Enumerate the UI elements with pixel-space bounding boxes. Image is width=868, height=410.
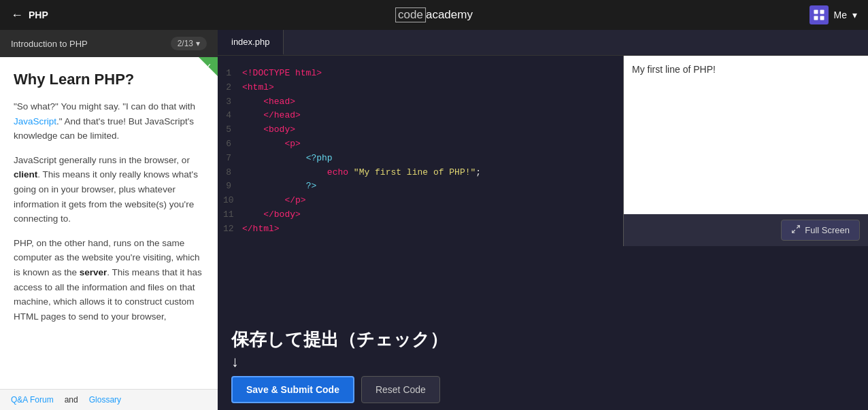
nav-left: ← PHP xyxy=(11,8,48,22)
fullscreen-label: Full Screen xyxy=(805,225,850,235)
output-text: My first line of PHP! xyxy=(632,64,716,75)
tab-index-php[interactable]: index.php xyxy=(218,30,284,55)
svg-rect-2 xyxy=(814,16,818,20)
down-arrow-icon: ↓ xyxy=(231,353,854,371)
course-title: PHP xyxy=(29,10,48,20)
save-submit-button[interactable]: Save & Submit Code xyxy=(231,376,354,403)
progress-text: 2/13 xyxy=(178,39,193,48)
lesson-para1: "So what?" You might say. "I can do that… xyxy=(14,99,204,143)
glossary-link[interactable]: Glossary xyxy=(89,395,121,405)
avatar xyxy=(809,5,829,24)
user-label: Me xyxy=(834,10,847,20)
editor-area: 1 <!DOCTYPE html> 2 <html> 3 <head> 4 </… xyxy=(218,56,868,320)
output-footer: Full Screen xyxy=(624,214,868,246)
javascript-link[interactable]: JavaScript xyxy=(14,116,56,126)
fullscreen-button[interactable]: Full Screen xyxy=(781,220,860,241)
logo-code: code xyxy=(395,7,426,22)
svg-rect-3 xyxy=(820,16,824,20)
back-arrow-icon[interactable]: ← xyxy=(11,8,23,22)
qa-forum-link[interactable]: Q&A Forum xyxy=(11,395,54,405)
lesson-para2: JavaScript generally runs in the browser… xyxy=(14,153,204,226)
panel-footer: Q&A Forum and Glossary xyxy=(0,389,218,410)
logo-academy: academy xyxy=(426,8,473,22)
top-nav: ← PHP codeacademy Me ▾ xyxy=(0,0,868,30)
lesson-title: Introduction to PHP xyxy=(11,39,88,49)
lesson-heading: Why Learn PHP? xyxy=(14,71,204,88)
reset-code-button[interactable]: Reset Code xyxy=(361,376,440,403)
output-panel: My first line of PHP! Full Screen xyxy=(623,56,868,246)
user-dropdown-icon: ▾ xyxy=(852,10,857,20)
svg-rect-0 xyxy=(814,10,818,14)
user-menu[interactable]: Me ▾ xyxy=(809,5,857,24)
output-content: My first line of PHP! xyxy=(624,56,868,214)
bottom-area: 保存して提出（チェック） ↓ Save & Submit Code Reset … xyxy=(218,320,868,410)
editor-tabs: index.php xyxy=(218,30,868,56)
japanese-instruction: 保存して提出（チェック） xyxy=(231,328,854,352)
left-panel: Introduction to PHP 2/13 ▾ ✓ Why Learn P… xyxy=(0,30,218,410)
main-layout: Introduction to PHP 2/13 ▾ ✓ Why Learn P… xyxy=(0,30,868,410)
svg-line-4 xyxy=(797,226,799,228)
fullscreen-icon xyxy=(791,224,801,236)
right-panel: index.php 1 <!DOCTYPE html> 2 <html> 3 <… xyxy=(218,30,868,410)
lesson-para3: PHP, on the other hand, runs on the same… xyxy=(14,236,204,324)
lesson-content: ✓ Why Learn PHP? "So what?" You might sa… xyxy=(0,57,218,410)
logo: codeacademy xyxy=(395,7,473,22)
svg-line-5 xyxy=(792,230,795,233)
svg-rect-1 xyxy=(820,10,824,14)
bottom-buttons: Save & Submit Code Reset Code xyxy=(231,376,854,410)
progress-arrow-icon: ▾ xyxy=(196,39,200,48)
panel-header: Introduction to PHP 2/13 ▾ xyxy=(0,30,218,57)
footer-and: and xyxy=(65,395,78,405)
progress-badge[interactable]: 2/13 ▾ xyxy=(171,37,207,50)
